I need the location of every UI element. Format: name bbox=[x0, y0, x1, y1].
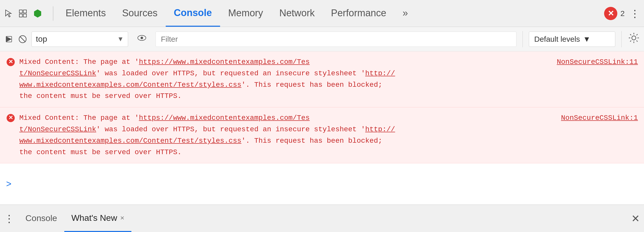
svg-point-11 bbox=[141, 37, 143, 39]
svg-text:✕: ✕ bbox=[8, 59, 13, 65]
nav-tabs: Elements Sources Console Memory Network … bbox=[57, 0, 604, 27]
tab-elements[interactable]: Elements bbox=[57, 0, 114, 27]
svg-rect-1 bbox=[23, 10, 26, 13]
devtools-icons bbox=[4, 8, 43, 19]
svg-text:✕: ✕ bbox=[8, 114, 13, 121]
error-url-link-1b[interactable]: t/NonSecureCSSLink bbox=[19, 69, 96, 77]
svg-rect-2 bbox=[19, 14, 22, 17]
svg-line-9 bbox=[20, 36, 25, 42]
table-row: ✕ Mixed Content: The page at 'https://ww… bbox=[0, 51, 644, 107]
context-value: top bbox=[36, 34, 114, 44]
clear-console-icon[interactable] bbox=[18, 34, 27, 44]
close-tab-whatsnew[interactable]: × bbox=[120, 214, 124, 222]
table-row: ✕ Mixed Content: The page at 'https://ww… bbox=[0, 107, 644, 163]
more-options-button[interactable]: ⋮ bbox=[630, 8, 640, 19]
tab-network[interactable]: Network bbox=[271, 0, 323, 27]
svg-point-12 bbox=[632, 36, 636, 40]
error-url-link-2b[interactable]: t/NonSecureCSSLink bbox=[19, 125, 96, 133]
error-url-link-1a[interactable]: https://www.mixedcontentexamples.com/Tes bbox=[139, 58, 310, 66]
error-url-link-2a[interactable]: https://www.mixedcontentexamples.com/Tes bbox=[139, 114, 310, 122]
bottom-more-button[interactable]: ⋮ bbox=[4, 213, 14, 224]
error-icon-2: ✕ bbox=[6, 113, 15, 125]
toolbar2-divider-2 bbox=[621, 31, 622, 47]
tab-console[interactable]: Console bbox=[166, 0, 220, 27]
levels-label: Default levels bbox=[534, 35, 580, 44]
svg-rect-0 bbox=[19, 10, 22, 13]
prompt-arrow[interactable]: > bbox=[6, 179, 11, 189]
error-stylesheet-link-1a[interactable]: http:// bbox=[365, 69, 395, 77]
bottom-bar: ⋮ Console What's New × ✕ bbox=[0, 205, 644, 232]
extension-icon[interactable] bbox=[33, 8, 43, 19]
second-toolbar: top ▼ Default levels ▼ bbox=[0, 27, 644, 51]
levels-arrow: ▼ bbox=[583, 35, 591, 44]
error-message-1: Mixed Content: The page at 'https://www.… bbox=[19, 56, 638, 102]
error-stylesheet-link-1b[interactable]: www.mixedcontentexamples.com/Content/Tes… bbox=[19, 81, 241, 89]
toolbar-right: ✕ 2 ⋮ bbox=[604, 7, 640, 20]
cursor-icon[interactable] bbox=[4, 9, 13, 18]
error-stylesheet-link-2b[interactable]: www.mixedcontentexamples.com/Content/Tes… bbox=[19, 137, 241, 145]
svg-rect-3 bbox=[23, 14, 26, 17]
error-count: 2 bbox=[620, 9, 625, 18]
context-dropdown-arrow: ▼ bbox=[117, 35, 124, 43]
toolbar2-divider bbox=[523, 31, 523, 47]
error-message-2: Mixed Content: The page at 'https://www.… bbox=[19, 112, 638, 158]
console-content: ✕ Mixed Content: The page at 'https://ww… bbox=[0, 51, 644, 205]
top-toolbar: Elements Sources Console Memory Network … bbox=[0, 0, 644, 27]
bottom-tab-whatsnew[interactable]: What's New × bbox=[64, 205, 132, 232]
levels-selector[interactable]: Default levels ▼ bbox=[529, 32, 615, 47]
error-circle-icon: ✕ bbox=[608, 9, 614, 18]
tab-performance[interactable]: Performance bbox=[323, 0, 394, 27]
bottom-bar-right: ✕ bbox=[631, 213, 640, 224]
settings-icon[interactable] bbox=[628, 32, 640, 47]
console-prompt-row: > bbox=[0, 163, 644, 205]
error-stylesheet-link-2a[interactable]: http:// bbox=[365, 125, 395, 133]
execute-context-icon[interactable] bbox=[4, 34, 14, 44]
eye-icon[interactable] bbox=[136, 32, 147, 46]
error-source-link-2[interactable]: NonSecureCSSLink:1 bbox=[561, 112, 638, 124]
error-badge: ✕ bbox=[604, 7, 617, 20]
bottom-tab-console[interactable]: Console bbox=[18, 205, 64, 232]
error-badge-group: ✕ 2 bbox=[604, 7, 625, 20]
toolbar-divider bbox=[53, 6, 53, 21]
svg-marker-4 bbox=[34, 9, 41, 18]
inspect-icon[interactable] bbox=[18, 9, 27, 18]
tab-sources[interactable]: Sources bbox=[114, 0, 165, 27]
error-source-link-1[interactable]: NonSecureCSSLink:11 bbox=[557, 56, 638, 68]
close-devtools-button[interactable]: ✕ bbox=[631, 213, 640, 224]
error-icon-1: ✕ bbox=[6, 57, 15, 69]
filter-input[interactable] bbox=[156, 32, 516, 47]
tab-more[interactable]: » bbox=[394, 0, 416, 27]
tab-memory[interactable]: Memory bbox=[220, 0, 271, 27]
context-selector[interactable]: top ▼ bbox=[32, 32, 128, 47]
